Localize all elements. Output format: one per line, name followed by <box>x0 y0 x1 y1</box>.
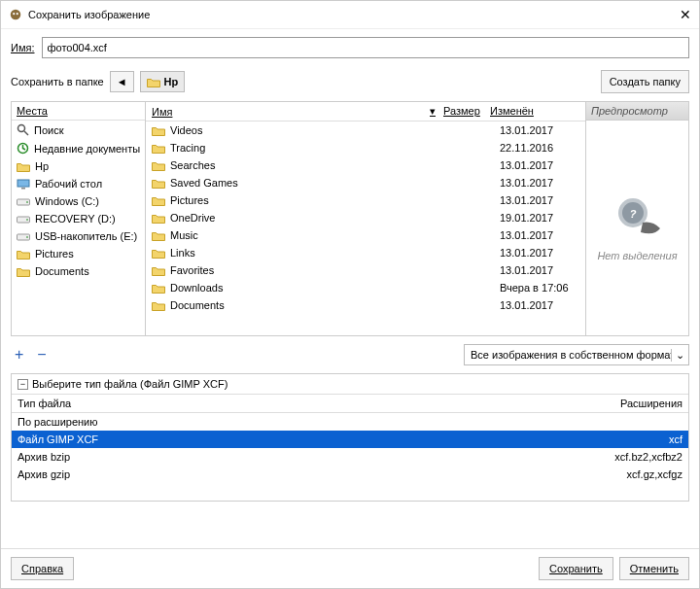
help-button[interactable]: Справка <box>11 557 74 580</box>
name-label: Имя: <box>11 42 34 53</box>
file-type-row[interactable]: Файл GIMP XCFxcf <box>12 431 688 448</box>
file-size <box>451 296 498 314</box>
place-item[interactable]: Недавние документы <box>12 139 145 157</box>
place-item[interactable]: Pictures <box>12 245 145 262</box>
browser-footer: + − Все изображения в собственном формат… <box>11 344 689 365</box>
file-date: 13.01.2017 <box>498 226 585 244</box>
column-modified[interactable]: Изменён <box>488 102 585 121</box>
svg-text:?: ? <box>629 208 636 220</box>
file-name: Saved Games <box>170 177 238 189</box>
collapse-icon: − <box>18 379 28 390</box>
svg-point-1 <box>13 13 15 15</box>
place-item[interactable]: Windows (C:) <box>12 192 145 210</box>
file-name: Tracing <box>170 142 205 154</box>
col-extensions[interactable]: Расширения <box>581 395 688 412</box>
cancel-button[interactable]: Отменить <box>619 557 689 580</box>
file-row[interactable]: Music13.01.2017 <box>146 226 585 244</box>
file-row[interactable]: DownloadsВчера в 17:06 <box>146 279 585 296</box>
file-type-ext: xcf.gz,xcfgz <box>585 468 682 480</box>
place-item[interactable]: Рабочий стол <box>12 175 145 192</box>
file-date: 19.01.2017 <box>498 209 585 226</box>
file-size <box>451 121 498 139</box>
path-back-button[interactable]: ◄ <box>110 71 134 92</box>
file-type-list[interactable]: По расширениюФайл GIMP XCFxcfАрхив bzipx… <box>12 413 688 501</box>
file-row[interactable]: Tracing22.11.2016 <box>146 139 585 156</box>
save-dialog: Сохранить изображение ✕ Имя: Сохранить в… <box>0 0 700 589</box>
save-in-folder-label: Сохранить в папке <box>11 76 104 87</box>
svg-point-2 <box>17 13 18 15</box>
place-item[interactable]: Поиск <box>12 121 145 139</box>
column-name[interactable]: Имя ▾ <box>146 102 441 121</box>
file-name: Pictures <box>170 194 209 206</box>
place-label: Поиск <box>34 124 63 136</box>
file-date: 13.01.2017 <box>498 121 585 139</box>
create-folder-button[interactable]: Создать папку <box>601 70 689 93</box>
bookmark-remove-button[interactable]: − <box>33 346 50 364</box>
place-label: Hp <box>35 160 49 172</box>
file-date: 13.01.2017 <box>498 261 585 279</box>
filename-input[interactable] <box>42 37 689 58</box>
file-filter-dropdown[interactable]: Все изображения в собственном формате GI… <box>464 344 689 365</box>
file-type-section: − Выберите тип файла (Файл GIMP XCF) Тип… <box>11 373 689 502</box>
svg-rect-6 <box>18 180 29 187</box>
preview-placeholder-icon: ? <box>612 195 664 238</box>
close-icon[interactable]: ✕ <box>680 7 691 22</box>
place-item[interactable]: RECOVERY (D:) <box>12 210 145 227</box>
file-date: 13.01.2017 <box>498 191 585 209</box>
file-list[interactable]: Videos13.01.2017Tracing22.11.2016Searche… <box>146 121 585 335</box>
place-item[interactable]: USB-накопитель (E:) <box>12 227 145 245</box>
file-date: 13.01.2017 <box>498 156 585 174</box>
file-name: Videos <box>170 124 202 136</box>
file-date: 13.01.2017 <box>498 244 585 261</box>
file-type-name: Архив gzip <box>18 468 585 480</box>
svg-point-11 <box>26 219 28 221</box>
save-button[interactable]: Сохранить <box>539 557 613 580</box>
col-file-type[interactable]: Тип файла <box>12 395 581 412</box>
file-row[interactable]: Pictures13.01.2017 <box>146 191 585 209</box>
path-current-button[interactable]: Hp <box>140 71 186 92</box>
file-row[interactable]: Videos13.01.2017 <box>146 121 585 139</box>
place-label: Рабочий стол <box>35 178 102 190</box>
file-pane: Имя ▾ Размер Изменён Videos13.01.2017Tra… <box>146 102 585 335</box>
file-row[interactable]: Documents13.01.2017 <box>146 296 585 314</box>
file-type-row[interactable]: По расширению <box>12 413 688 431</box>
file-date: 13.01.2017 <box>498 296 585 314</box>
svg-point-13 <box>26 236 28 238</box>
file-row[interactable]: Saved Games13.01.2017 <box>146 174 585 191</box>
file-filter-label: Все изображения в собственном формате GI… <box>465 349 671 361</box>
file-size <box>451 279 498 296</box>
file-name: Searches <box>170 159 215 171</box>
file-type-row[interactable]: Архив bzipxcf.bz2,xcfbz2 <box>12 448 688 466</box>
place-item[interactable]: Documents <box>12 262 145 280</box>
bookmark-add-button[interactable]: + <box>11 346 27 364</box>
places-list: ПоискНедавние документыHpРабочий столWin… <box>12 121 145 335</box>
path-current-label: Hp <box>164 76 179 87</box>
file-type-row[interactable]: Архив gzipxcf.gz,xcfgz <box>12 466 688 483</box>
preview-empty-text: Нет выделения <box>597 250 677 261</box>
preview-header: Предпросмотр <box>586 102 688 121</box>
place-label: Недавние документы <box>34 143 140 155</box>
file-name: Favorites <box>170 264 214 276</box>
file-size <box>451 209 498 226</box>
svg-rect-7 <box>21 188 25 190</box>
titlebar: Сохранить изображение ✕ <box>1 1 699 29</box>
places-panel: Места ПоискНедавние документыHpРабочий с… <box>12 102 146 335</box>
save-in-folder-row: Сохранить в папке ◄ Hp Создать папку <box>11 70 689 93</box>
file-row[interactable]: OneDrive19.01.2017 <box>146 209 585 226</box>
file-row[interactable]: Searches13.01.2017 <box>146 156 585 174</box>
file-type-toggle[interactable]: − Выберите тип файла (Файл GIMP XCF) <box>12 374 688 394</box>
window-title: Сохранить изображение <box>28 9 150 20</box>
place-item[interactable]: Hp <box>12 157 145 175</box>
file-size <box>451 261 498 279</box>
svg-point-0 <box>11 10 21 20</box>
preview-body: ? Нет выделения <box>586 121 688 335</box>
file-row[interactable]: Links13.01.2017 <box>146 244 585 261</box>
folder-icon <box>147 77 160 87</box>
column-size[interactable]: Размер <box>441 102 488 121</box>
place-label: RECOVERY (D:) <box>35 213 116 225</box>
place-label: Documents <box>35 265 89 277</box>
file-date: 13.01.2017 <box>498 174 585 191</box>
file-size <box>451 226 498 244</box>
file-row[interactable]: Favorites13.01.2017 <box>146 261 585 279</box>
places-header[interactable]: Места <box>12 102 145 121</box>
